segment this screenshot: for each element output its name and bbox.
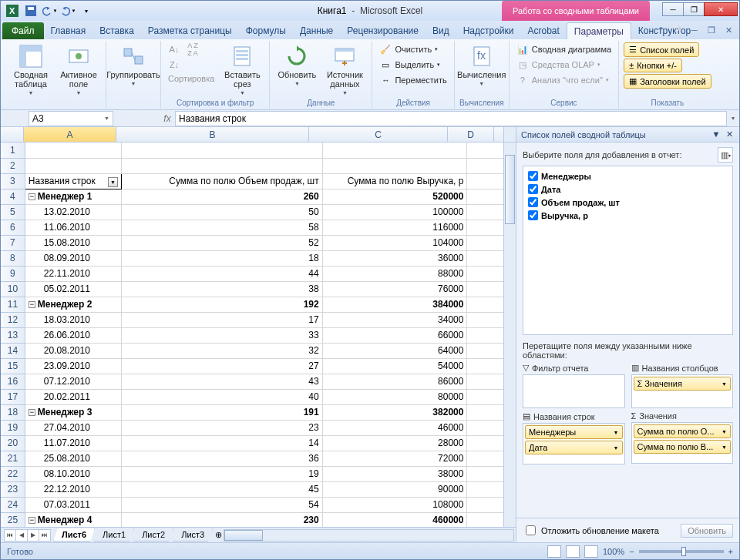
pivot-value[interactable]: 23 [121,420,322,435]
row-head[interactable]: 8 [1,250,25,266]
sort-asc-button[interactable]: A↓ [166,42,183,56]
row-head[interactable]: 12 [1,312,25,327]
col-D[interactable]: D [448,127,494,142]
pivot-field[interactable]: Менеджеры [526,169,729,183]
pivot-value[interactable]: 54 [121,497,322,512]
field-list-menu[interactable]: ▼ [711,129,722,139]
pivot-date-row[interactable]: 20.02.2011 [25,389,121,404]
name-box[interactable]: A3▼ [29,111,113,126]
field-checkbox-list[interactable]: МенеджерыДатаОбъем продаж, штВыручка, р [523,166,733,335]
pivot-chart-button[interactable]: 📊Сводная диаграмма [514,42,614,56]
area-values-box[interactable]: Сумма по полю О...▼Сумма по полю В...▼ [631,422,734,464]
pivot-value[interactable]: 76000 [322,281,467,297]
view-normal[interactable] [547,545,561,558]
pivot-value[interactable]: 50 [121,204,322,220]
group-button[interactable]: Группировать▼ [111,42,156,86]
pivot-value[interactable]: 18 [121,250,322,266]
sheet-prev[interactable]: ◀ [15,529,28,542]
pivot-value[interactable]: 58 [121,220,322,235]
row-head[interactable]: 13 [1,327,25,343]
field-list-toggle[interactable]: ☰Список полей [624,42,699,57]
sheet-tab[interactable]: Лист6 [53,528,95,542]
pivot-value[interactable]: 80000 [322,389,467,404]
pivot-value[interactable]: 108000 [322,497,467,512]
pivot-value[interactable]: 28000 [322,435,467,451]
pivot-value[interactable]: 27 [121,358,322,374]
pivot-value[interactable]: 32 [121,343,322,358]
row-head[interactable]: 17 [1,389,25,404]
calculations-button[interactable]: fxВычисления▼ [459,42,504,86]
collapse-icon[interactable]: − [29,193,35,200]
close-button[interactable]: ✕ [704,2,738,16]
area-field[interactable]: Дата▼ [525,441,623,454]
pivot-value[interactable]: 38 [121,281,322,297]
olap-button[interactable]: ◳Средства OLAP ▾ [514,58,603,72]
field-checkbox[interactable] [528,171,538,181]
plus-minus-toggle[interactable]: ±Кнопки +/- [624,59,682,72]
col-C[interactable]: C [309,127,448,142]
row-head[interactable]: 10 [1,281,25,297]
ribbon-minimize-icon[interactable]: ⌃ [654,24,667,36]
field-checkbox[interactable] [528,184,538,194]
area-rows-box[interactable]: Менеджеры▼Дата▼ [523,423,625,464]
row-head[interactable]: 18 [1,404,25,420]
pivot-value[interactable]: 38000 [322,466,467,481]
field-list-close[interactable]: ✕ [724,129,735,139]
sheet-next[interactable]: ▶ [27,529,39,542]
row-head[interactable]: 9 [1,266,25,281]
file-tab[interactable]: Файл [2,22,44,39]
select-button[interactable]: ▭Выделить ▾ [377,58,442,72]
pivot-value[interactable]: 52 [121,235,322,250]
pivot-date-row[interactable]: 07.12.2010 [25,374,121,389]
row-head[interactable]: 22 [1,466,25,481]
row-head[interactable]: 3 [1,173,25,189]
row-head[interactable]: 20 [1,435,25,451]
pivot-date-row[interactable]: 23.09.2010 [25,358,121,374]
pivot-value[interactable]: 34000 [322,312,467,327]
area-filter-box[interactable] [523,374,625,408]
tab-acrobat[interactable]: Acrobat [521,22,567,39]
row-head[interactable]: 7 [1,235,25,250]
pivot-value[interactable]: 86000 [322,374,467,389]
pivot-date-row[interactable]: 08.10.2010 [25,466,121,481]
pivot-value[interactable]: 45 [121,481,322,497]
pivot-manager-row[interactable]: −Менеджер 3 [25,404,121,420]
active-field-button[interactable]: Активное поле▼ [56,42,101,96]
pivot-value[interactable]: 460000 [322,512,467,527]
cells[interactable]: 123Названия строк▼Сумма по полю Объем пр… [1,143,516,527]
sort-button[interactable]: Сортировка [166,73,217,84]
row-filter-button[interactable]: ▼ [108,177,118,187]
hscroll[interactable] [224,529,514,542]
pivot-value[interactable]: 14 [121,435,322,451]
sort-za-button[interactable]: A ZZ A [184,42,201,56]
pivot-date-row[interactable]: 08.09.2010 [25,250,121,266]
tab-view[interactable]: Вид [426,22,456,39]
collapse-icon[interactable]: − [29,301,35,308]
pivot-date-row[interactable]: 26.06.2010 [25,327,121,343]
pivot-table-button[interactable]: Сводная таблица▼ [8,42,53,96]
tab-review[interactable]: Рецензирование [340,22,426,39]
save-button[interactable] [22,3,39,18]
view-layout[interactable] [566,545,580,558]
excel-icon[interactable]: X [4,3,21,18]
minimize-button[interactable]: ─ [662,2,684,16]
zoom-slider[interactable] [639,550,724,553]
help-icon[interactable]: ❔ [671,24,684,36]
area-field[interactable]: Менеджеры▼ [525,425,623,439]
tab-data[interactable]: Данные [293,22,340,39]
pivot-value[interactable]: 54000 [322,358,467,374]
pivot-field[interactable]: Объем продаж, шт [526,196,729,209]
tab-addins[interactable]: Надстройки [456,22,521,39]
row-head[interactable]: 16 [1,374,25,389]
pivot-value[interactable]: 520000 [322,189,467,204]
pivot-field[interactable]: Дата [526,183,729,196]
pivot-value[interactable]: 36 [121,451,322,466]
pivot-date-row[interactable]: 22.12.2010 [25,481,121,497]
pivot-value[interactable]: 90000 [322,481,467,497]
row-head[interactable]: 19 [1,420,25,435]
vscroll[interactable] [503,143,516,527]
pivot-value[interactable]: 116000 [322,220,467,235]
pivot-value[interactable]: 17 [121,312,322,327]
defer-checkbox[interactable]: Отложить обновление макета [523,523,659,538]
pivot-value[interactable]: 88000 [322,266,467,281]
